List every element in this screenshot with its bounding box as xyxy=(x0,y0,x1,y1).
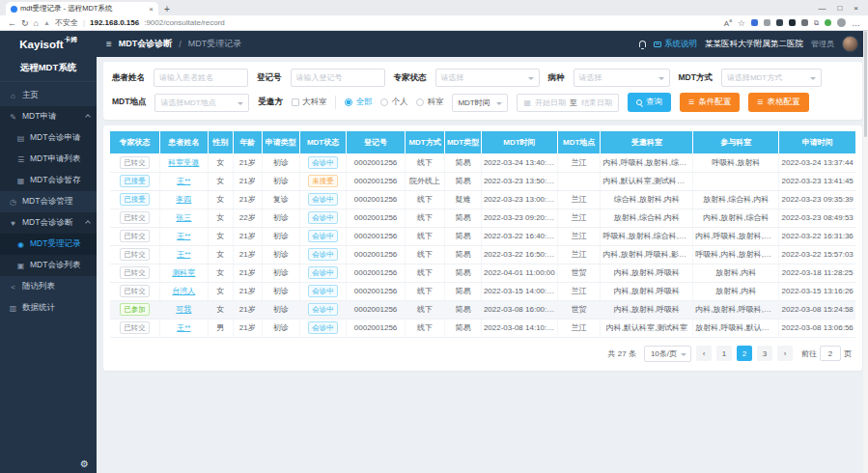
sidebar-item-mdt-[interactable]: ♥MDT会诊诊断 xyxy=(0,212,97,234)
extension-icon[interactable] xyxy=(789,19,796,26)
patient-name-link[interactable]: 王** xyxy=(159,319,208,337)
collections-icon[interactable]: ⧉ xyxy=(814,19,819,27)
page-size-select[interactable]: 10条/页 xyxy=(644,346,691,362)
refresh-icon[interactable]: ↻ xyxy=(21,18,29,28)
table-row[interactable]: 已接受李四女21岁复诊会诊中0002001256线下疑难2022-03-23 1… xyxy=(110,190,855,209)
radio-all[interactable]: 全部 xyxy=(345,97,372,108)
user-avatar[interactable] xyxy=(842,36,858,52)
condition-config-button[interactable]: ☰ 条件配置 xyxy=(680,93,740,112)
minimize-button[interactable]: — xyxy=(818,4,826,13)
system-doc-link[interactable]: 系统说明 xyxy=(654,39,697,50)
browser-tab[interactable]: mdt受理记录 - 远程MDT系统 × xyxy=(6,2,158,15)
column-header: MDT类型 xyxy=(445,131,482,153)
new-tab-button[interactable]: + xyxy=(164,4,170,14)
date-range-input[interactable]: ▦ 开始日期 至 结束日期 xyxy=(517,94,619,112)
next-page-button[interactable]: › xyxy=(777,346,793,361)
prev-page-button[interactable]: ‹ xyxy=(696,346,712,361)
dept-checkbox[interactable]: 大科室 xyxy=(292,97,327,108)
more-menu-icon[interactable]: … xyxy=(852,18,860,28)
table-row[interactable]: 已转交测科室女21岁初诊会诊中0002001256线下简易2022-04-01 … xyxy=(110,264,855,282)
sidebar-item-mdt-[interactable]: ☰MDT申请列表 xyxy=(0,149,97,170)
patient-name-input[interactable] xyxy=(154,69,248,87)
table-row[interactable]: 已转交王**女21岁初诊会诊中0002001256线下简易2022-03-22 … xyxy=(110,245,855,264)
extension-icon[interactable] xyxy=(776,19,783,26)
patient-name-link[interactable]: 测科室 xyxy=(172,268,195,277)
status-badge: 已转交 xyxy=(120,211,150,224)
patient-name-link[interactable]: 科室受邀 xyxy=(159,153,208,172)
sidebar-item--[interactable]: ⌂主页 xyxy=(0,85,97,106)
age-cell: 21岁 xyxy=(233,264,262,282)
table-row[interactable]: 已转交科室受邀女21岁初诊会诊中0002001256线下简易2022-03-24… xyxy=(110,153,855,172)
patient-name-link[interactable]: 张三 xyxy=(159,209,208,227)
page-button-2[interactable]: 2 xyxy=(737,346,752,361)
patient-name-link[interactable]: 台湾人 xyxy=(172,287,195,295)
sidebar-item-mdt-[interactable]: ◉MDT受理记录 xyxy=(0,234,97,255)
favorite-star-icon[interactable]: ☆ xyxy=(738,18,745,28)
read-aloud-icon[interactable]: Aa xyxy=(724,17,732,28)
sidebar-item-mdt-[interactable]: ▤MDT会诊申请 xyxy=(0,127,97,149)
url-path[interactable]: :9002/consultate/record xyxy=(144,18,225,27)
home-icon[interactable]: ⌂ xyxy=(34,18,39,28)
patient-name-link[interactable]: 王** xyxy=(159,172,208,190)
notification-bell-icon[interactable] xyxy=(639,41,646,47)
table-row[interactable]: 已转交王**男21岁初诊会诊中0002001256线下简易2022-03-08 … xyxy=(110,319,855,337)
browser-profile-avatar[interactable] xyxy=(837,18,846,27)
patient-name-link[interactable]: 测科室 xyxy=(159,264,208,282)
register-no-cell: 0002001256 xyxy=(347,245,406,264)
patient-name-link[interactable]: 王** xyxy=(177,232,190,240)
sidebar-item-mdt-[interactable]: ▦MDT会诊暂存 xyxy=(0,170,97,191)
page-button-1[interactable]: 1 xyxy=(716,346,732,361)
register-no-input[interactable] xyxy=(291,69,385,87)
time-type-select[interactable]: MDT时间 xyxy=(452,94,508,112)
patient-name-link[interactable]: 可我 xyxy=(176,305,191,314)
table-row[interactable]: 已转交张三女22岁初诊会诊中0002001256线下简易2022-03-23 0… xyxy=(110,209,855,227)
sidebar-menu: ⌂主页✎MDT申请▤MDT会诊申请☰MDT申请列表▦MDT会诊暂存◷MDT会诊管… xyxy=(0,82,97,473)
patient-name-link[interactable]: 科室受邀 xyxy=(168,158,199,167)
mdt-place-select[interactable]: 请选择MDT地点 xyxy=(154,94,249,112)
close-button[interactable]: × xyxy=(854,4,858,13)
radio-dept[interactable]: 科室 xyxy=(416,97,443,108)
table-row[interactable]: 已参加可我女21岁初诊会诊中0002001256线下简易2022-03-08 1… xyxy=(110,300,855,319)
url-host[interactable]: 192.168.0.156 xyxy=(90,18,139,27)
extension-icon[interactable] xyxy=(751,19,758,26)
back-icon[interactable]: ← xyxy=(8,18,16,28)
search-button[interactable]: 查询 xyxy=(628,93,671,112)
settings-gear-icon[interactable]: ⚙ xyxy=(80,459,89,469)
security-label[interactable]: 不安全 xyxy=(55,17,78,28)
extension-icon[interactable] xyxy=(801,19,808,26)
sidebar-item-mdt-[interactable]: ◷MDT会诊管理 xyxy=(0,191,97,212)
patient-name-link[interactable]: 张三 xyxy=(176,213,191,222)
mdt-mode-select[interactable]: 请选择MDT方式 xyxy=(721,69,822,87)
patient-name-link[interactable]: 王** xyxy=(177,250,190,259)
table-row[interactable]: 已接受王**女21岁初诊未接受0002001256院外线上简易2022-03-2… xyxy=(110,172,855,190)
column-header: 申请类型 xyxy=(262,131,299,153)
patient-name-link[interactable]: 李四 xyxy=(176,195,191,204)
patient-name-link[interactable]: 可我 xyxy=(159,300,208,319)
patient-name-link[interactable]: 王** xyxy=(177,177,190,185)
extension-icon[interactable] xyxy=(764,19,770,26)
table-row[interactable]: 已转交台湾人女21岁初诊会诊中0002001256线下简易2022-03-15 … xyxy=(110,282,855,300)
extension-icon[interactable] xyxy=(825,19,831,26)
radio-personal[interactable]: 个人 xyxy=(380,97,407,108)
scrollbar-thumb[interactable] xyxy=(864,31,867,137)
expert-status-select[interactable]: 请选择 xyxy=(435,69,540,87)
patient-name-link[interactable]: 王** xyxy=(177,323,190,332)
patient-name-link[interactable]: 王** xyxy=(159,245,208,264)
sidebar-item--[interactable]: <随访列表 xyxy=(0,276,97,297)
patient-name-link[interactable]: 李四 xyxy=(159,190,208,209)
page-button-3[interactable]: 3 xyxy=(757,346,772,361)
menu-collapse-icon[interactable]: ≡ xyxy=(106,39,112,49)
table-row[interactable]: 已转交王**女21岁初诊会诊中0002001256线下简易2022-03-22 … xyxy=(110,227,855,245)
patient-name-link[interactable]: 台湾人 xyxy=(159,282,208,300)
tab-close-icon[interactable]: × xyxy=(149,5,154,14)
sidebar-item-mdt-[interactable]: ▣MDT会诊列表 xyxy=(0,255,97,276)
patient-name-link[interactable]: 王** xyxy=(159,227,208,245)
scrollbar[interactable] xyxy=(863,31,868,473)
goto-page-input[interactable] xyxy=(820,346,841,361)
sidebar-item--[interactable]: ▥数据统计 xyxy=(0,297,97,319)
table-config-button[interactable]: ☰ 表格配置 xyxy=(748,93,808,112)
warning-icon: ▲ xyxy=(43,19,50,26)
disease-select[interactable]: 请选择 xyxy=(574,69,670,87)
sidebar-item-mdt-[interactable]: ✎MDT申请 xyxy=(0,106,97,127)
maximize-button[interactable]: □ xyxy=(837,4,842,13)
